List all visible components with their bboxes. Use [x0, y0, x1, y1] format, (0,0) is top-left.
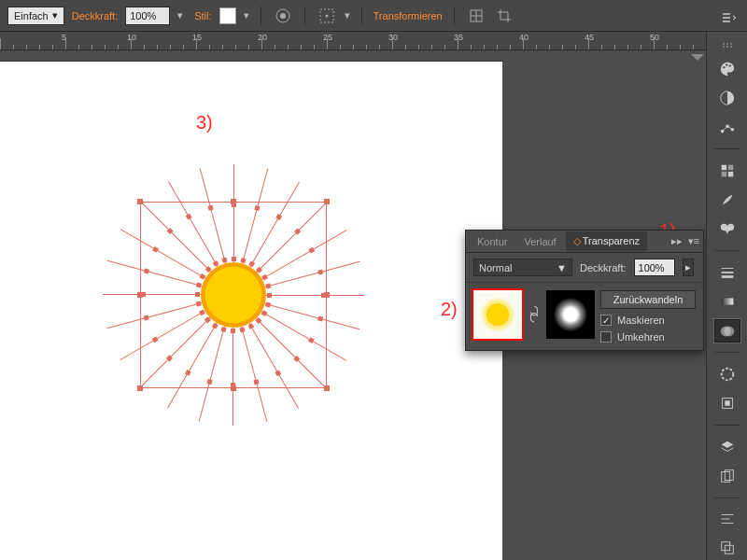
annotation-3: 3)	[196, 112, 213, 133]
svg-point-3	[325, 14, 328, 17]
chevron-down-icon[interactable]: ▾	[345, 9, 350, 21]
opacity-label: Deckkraft:	[72, 10, 119, 21]
brushes-icon[interactable]	[714, 189, 740, 212]
recolor-icon[interactable]	[273, 6, 293, 26]
ruler-number: 35	[454, 33, 463, 42]
tab-transparenz[interactable]: ◇Transparenz	[566, 231, 647, 251]
svg-rect-13	[721, 165, 726, 170]
svg-rect-14	[727, 165, 732, 170]
ruler-number: 25	[323, 33, 332, 42]
svg-point-8	[725, 63, 726, 65]
invert-checkbox[interactable]: Umkehren	[600, 331, 696, 343]
artboard[interactable]	[0, 62, 502, 560]
opacity-input[interactable]: 100%	[125, 7, 170, 25]
appearance-icon[interactable]	[714, 362, 740, 385]
pathfinder-icon[interactable]	[714, 537, 740, 560]
chevron-down-icon: ▼	[557, 262, 567, 273]
panel-tabs: Kontur Verlauf ◇Transparenz ▸▸ ▾≡	[466, 231, 703, 253]
release-mask-button[interactable]: Zurückwandeln	[600, 290, 696, 309]
scroll-up-icon[interactable]	[691, 54, 704, 67]
separator	[304, 7, 305, 25]
checkbox-checked-icon: ✓	[600, 315, 612, 326]
opacity-flyout-icon[interactable]: ▸	[683, 259, 694, 276]
color-palette-icon[interactable]	[714, 57, 740, 80]
panel-menu-icon[interactable]: ▾≡	[688, 235, 699, 247]
expand-panel-icon[interactable]: ▸▸	[671, 235, 683, 247]
transform-button[interactable]: Transformieren	[374, 10, 443, 21]
mode-dropdown-value: Einfach	[14, 10, 49, 21]
svg-rect-31	[721, 542, 729, 551]
mask-body: Zurückwandeln ✓Maskieren Umkehren	[466, 283, 703, 350]
transparency-icon[interactable]	[714, 319, 740, 343]
checkbox-icon	[600, 331, 612, 343]
separator	[361, 7, 362, 25]
symbols-icon[interactable]	[714, 217, 740, 241]
align-icon[interactable]	[317, 6, 337, 26]
separator	[454, 7, 455, 25]
chevron-down-icon: ▾	[52, 9, 58, 21]
svg-rect-15	[721, 172, 726, 176]
svg-rect-32	[725, 546, 733, 554]
svg-rect-25	[725, 401, 729, 406]
isolate-icon[interactable]	[466, 6, 486, 26]
right-tool-strip	[706, 32, 747, 560]
ruler-number: 50	[650, 33, 659, 42]
artboards-icon[interactable]	[714, 464, 740, 487]
svg-point-9	[728, 64, 730, 66]
gradient-icon[interactable]	[714, 290, 740, 314]
sun-center[interactable]	[201, 262, 266, 328]
ruler-number: 10	[127, 33, 136, 42]
artwork-thumbnail[interactable]	[473, 290, 522, 339]
horizontal-ruler: 5101520253035404550	[0, 32, 706, 50]
svg-point-23	[721, 369, 733, 381]
panel-menu-icon[interactable]	[719, 7, 740, 28]
clip-checkbox[interactable]: ✓Maskieren	[600, 315, 696, 326]
options-toolbar: Einfach ▾ Deckkraft: 100% ▾ Stil: ▾ ▾ Tr…	[0, 0, 747, 32]
separator	[261, 7, 261, 25]
style-label: Stil:	[194, 10, 211, 21]
chevron-down-icon[interactable]: ▾	[177, 9, 183, 21]
tab-verlauf[interactable]: Verlauf	[516, 232, 563, 251]
ruler-number: 20	[258, 33, 267, 42]
mask-thumbnail[interactable]	[546, 290, 595, 339]
ruler-number: 5	[62, 33, 66, 42]
svg-rect-20	[721, 299, 733, 305]
ruler-number: 40	[519, 33, 529, 42]
ruler-number: 45	[585, 33, 594, 42]
svg-point-7	[723, 66, 725, 68]
mask-link-icon[interactable]	[528, 290, 541, 339]
color-guide-icon[interactable]	[714, 87, 740, 110]
stroke-icon[interactable]	[714, 260, 740, 284]
layers-icon[interactable]	[714, 435, 740, 458]
blend-mode-dropdown[interactable]: Normal▼	[473, 259, 572, 276]
tab-kontur[interactable]: Kontur	[470, 232, 514, 251]
panel-grip-icon[interactable]	[713, 43, 741, 48]
sun-icon	[487, 304, 508, 325]
blend-row: Normal▼ Deckkraft: 100% ▸	[466, 253, 703, 283]
swatches-icon[interactable]	[714, 159, 740, 182]
svg-point-22	[724, 326, 734, 336]
svg-point-1	[280, 13, 286, 19]
align-icon[interactable]	[714, 507, 740, 530]
svg-rect-16	[727, 172, 732, 176]
panel-opacity-label: Deckkraft:	[580, 262, 627, 273]
radial-mask-icon	[554, 298, 587, 331]
graphic-styles-icon[interactable]	[714, 392, 740, 415]
crop-icon[interactable]	[494, 6, 514, 26]
annotation-2: 2)	[441, 299, 458, 320]
selected-object[interactable]	[140, 202, 327, 388]
mode-dropdown[interactable]: Einfach ▾	[7, 7, 64, 25]
ruler-number: 15	[192, 33, 202, 42]
ruler-number: 30	[388, 33, 398, 42]
chevron-down-icon[interactable]: ▾	[244, 9, 249, 21]
transparency-panel[interactable]: Kontur Verlauf ◇Transparenz ▸▸ ▾≡ Normal…	[465, 230, 704, 351]
panel-opacity-input[interactable]: 100%	[634, 259, 675, 276]
style-swatch[interactable]	[219, 7, 236, 24]
graph-icon[interactable]	[714, 116, 740, 139]
